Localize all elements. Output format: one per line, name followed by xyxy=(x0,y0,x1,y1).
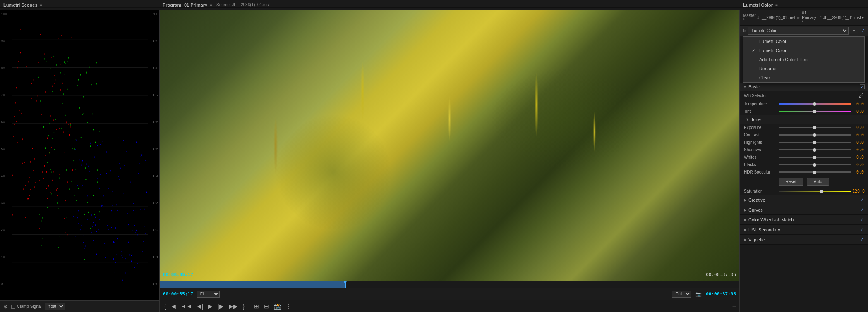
scope-canvas: 100 90 80 70 60 50 40 30 20 10 0 1.0 0.9… xyxy=(0,10,159,300)
saturation-slider[interactable] xyxy=(779,191,851,192)
highlights-row: Highlights 0.0 xyxy=(740,139,868,146)
tone-section-header[interactable]: ▼ Tone xyxy=(740,115,868,124)
bottom-toolbar: { ◀ ◄◄ ◀| ▶ |▶ ▶▶ } ⊞ ⊟ 📸 ⋮ + xyxy=(160,300,739,312)
lumetri-panel-title: Lumetri Color xyxy=(743,2,773,7)
play-button[interactable]: ▶ xyxy=(207,302,214,311)
dropdown-item-1[interactable]: Lumetri Color xyxy=(743,37,864,46)
auto-button[interactable]: Auto xyxy=(807,178,830,186)
curves-section-row[interactable]: ▶ Curves ✓ xyxy=(740,205,868,215)
blacks-row: Blacks 0.0 xyxy=(740,161,868,169)
export-frame-button[interactable]: 📸 xyxy=(273,302,282,311)
timeline-progress xyxy=(160,281,345,288)
mark-in-button[interactable]: { xyxy=(163,302,168,311)
basic-section-arrow: ▼ xyxy=(743,85,747,89)
scope-settings-icon[interactable]: ⚙ xyxy=(3,304,8,310)
step-back-button[interactable]: ◀ xyxy=(170,302,177,311)
source-label: Source: JL__2986(1)_01.msf xyxy=(216,2,270,7)
wb-selector-row: WB Selector 🖊 xyxy=(740,91,868,100)
scopes-panel: 100 90 80 70 60 50 40 30 20 10 0 1.0 0.9… xyxy=(0,10,159,312)
reset-button[interactable]: Reset xyxy=(779,178,803,186)
quality-select[interactable]: Full 1/2 1/4 1/8 xyxy=(672,291,691,298)
end-timecode: 00:00:37;06 xyxy=(706,291,736,297)
timecode-overlay: 00:00:35;17 xyxy=(163,272,193,277)
fx-row: fx Lumetri Color ▼ ✓ xyxy=(740,26,868,36)
camera-icon: 📷 xyxy=(695,291,702,297)
step-forward-button[interactable]: } xyxy=(242,302,246,311)
program-panel-title: Program: 01 Primary xyxy=(163,2,207,7)
lumetri-color-panel: Master * JL__2986(1)_01.msf ▶ 01 Primary… xyxy=(740,10,868,312)
master-row: Master * JL__2986(1)_01.msf ▶ 01 Primary… xyxy=(740,10,868,26)
highlights-slider[interactable] xyxy=(779,142,851,143)
vignette-section-row[interactable]: ▶ Vignette ✓ xyxy=(740,235,868,245)
curves-checkbox[interactable]: ✓ xyxy=(860,207,864,212)
scopes-panel-title: Lumetri Scopes xyxy=(3,2,38,7)
color-wheels-section-row[interactable]: ▶ Color Wheels & Match ✓ xyxy=(740,215,868,225)
temperature-row: Temperature 0.0 xyxy=(740,100,868,108)
hsl-checkbox[interactable]: ✓ xyxy=(860,227,864,232)
timeline-bar[interactable] xyxy=(160,281,739,288)
overwrite-button[interactable]: ⊟ xyxy=(263,302,270,311)
shadows-row: Shadows 0.0 xyxy=(740,146,868,154)
clamp-signal-checkbox[interactable]: Clamp Signal xyxy=(11,304,41,309)
whites-row: Whites 0.0 xyxy=(740,154,868,161)
creative-checkbox[interactable]: ✓ xyxy=(860,197,864,202)
end-timecode-overlay: 00:00:37;06 xyxy=(706,272,736,277)
lumetri-menu-icon[interactable]: ≡ xyxy=(775,2,778,7)
scope-y-labels: 100 90 80 70 60 50 40 30 20 10 0 xyxy=(0,10,12,288)
exposure-row: Exposure 0.0 xyxy=(740,124,868,131)
scope-type-select[interactable]: float xyxy=(45,303,65,310)
prev-frame-button[interactable]: ◀| xyxy=(196,302,204,311)
dropdown-item-rename[interactable]: Rename xyxy=(743,64,864,73)
vignette-checkbox[interactable]: ✓ xyxy=(860,237,864,242)
video-panel: 00:00:35;17 00:00:37;06 00:00:35;17 Fit … xyxy=(159,10,740,312)
tint-row: Tint 0.0 xyxy=(740,108,868,115)
next-frame-button[interactable]: |▶ xyxy=(216,302,225,311)
tint-slider[interactable] xyxy=(779,111,851,112)
current-timecode: 00:00:35;17 xyxy=(163,291,193,297)
waveform-display xyxy=(12,12,148,290)
dropdown-item-2[interactable]: ✓ Lumetri Color xyxy=(743,46,864,55)
exposure-slider[interactable] xyxy=(779,127,851,128)
dropdown-menu: Lumetri Color ✓ Lumetri Color Add Lumetr… xyxy=(743,36,865,83)
hdr-specular-row: HDR Specular 0.0 xyxy=(740,169,868,176)
video-area: 00:00:35;17 00:00:37;06 xyxy=(160,10,739,281)
program-menu-icon[interactable]: ≡ xyxy=(210,2,212,7)
contrast-row: Contrast 0.0 xyxy=(740,131,868,139)
fit-select[interactable]: Fit 25% 50% 75% 100% xyxy=(197,291,220,298)
hdr-specular-slider[interactable] xyxy=(779,171,851,173)
scope-bottom-bar: ⚙ Clamp Signal float xyxy=(0,300,159,312)
btn-row: Reset Auto xyxy=(740,176,868,188)
basic-section-header[interactable]: ▼ Basic ✓ xyxy=(740,83,868,91)
contrast-slider[interactable] xyxy=(779,134,851,136)
add-button[interactable]: + xyxy=(732,302,736,310)
video-frame: 00:00:35;17 00:00:37;06 xyxy=(160,10,739,281)
fx-dropdown-arrow[interactable]: ▼ xyxy=(852,29,856,33)
color-wheels-checkbox[interactable]: ✓ xyxy=(860,217,864,222)
saturation-value: 120.0 xyxy=(852,189,864,193)
whites-slider[interactable] xyxy=(779,157,851,158)
dropdown-item-3[interactable]: Add Lumetri Color Effect xyxy=(743,55,864,64)
separator-1 xyxy=(249,303,249,310)
basic-section-checkbox[interactable]: ✓ xyxy=(860,84,865,89)
fx-enable-checkbox[interactable]: ✓ xyxy=(861,28,865,33)
shadows-slider[interactable] xyxy=(779,149,851,150)
scope-y-right: 1.0 0.9 0.8 0.7 0.6 0.5 0.4 0.3 0.2 0.1 … xyxy=(148,10,159,288)
lumetri-body: fx Lumetri Color ▼ ✓ Lumetri Color ✓ Lum… xyxy=(740,26,868,312)
blacks-slider[interactable] xyxy=(779,164,851,165)
creative-section-row[interactable]: ▶ Creative ✓ xyxy=(740,195,868,205)
settings-button[interactable]: ⋮ xyxy=(285,302,293,311)
insert-button[interactable]: ⊞ xyxy=(253,302,260,311)
scopes-menu-icon[interactable]: ≡ xyxy=(40,2,43,7)
play-next-button[interactable]: ▶▶ xyxy=(228,302,239,311)
play-prev-button[interactable]: ◄◄ xyxy=(180,302,194,311)
master-dropdown-arrow[interactable]: ▼ xyxy=(861,16,865,20)
dropdown-item-clear[interactable]: Clear xyxy=(743,73,864,82)
hsl-section-row[interactable]: ▶ HSL Secondary ✓ xyxy=(740,225,868,235)
eyedropper-icon[interactable]: 🖊 xyxy=(858,93,864,99)
temperature-slider[interactable] xyxy=(779,103,851,105)
video-controls: 00:00:35;17 Fit 25% 50% 75% 100% Full 1/… xyxy=(160,288,739,300)
fx-effect-select[interactable]: Lumetri Color xyxy=(748,27,849,35)
tone-section-arrow: ▼ xyxy=(746,117,749,121)
dropdown-overlay: Lumetri Color ✓ Lumetri Color Add Lumetr… xyxy=(740,36,868,83)
saturation-row: Saturation 120.0 xyxy=(740,188,868,195)
